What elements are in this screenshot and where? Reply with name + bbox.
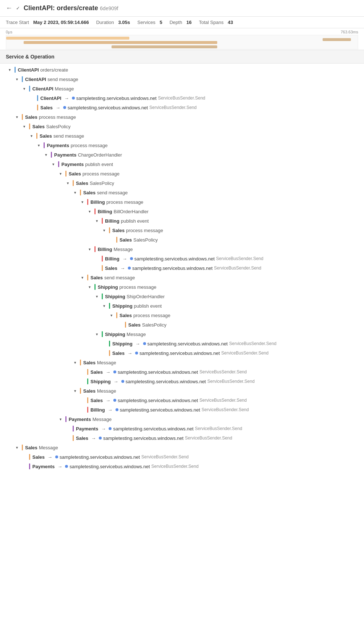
service-name: ClientAPI xyxy=(18,67,39,73)
table-row[interactable]: Billing Message xyxy=(3,244,364,254)
op-name: process message xyxy=(106,199,143,205)
chevron-icon[interactable] xyxy=(23,86,29,91)
method-text: ServiceBusSender.Send xyxy=(207,379,255,384)
chevron-icon[interactable] xyxy=(110,313,116,318)
total-spans-label: Total Spans xyxy=(199,20,224,25)
service-name: Sales xyxy=(128,322,141,328)
table-row[interactable]: Payments → sampletesting.servicebus.wind… xyxy=(3,462,364,471)
arrow-icon: → xyxy=(64,96,69,101)
chevron-icon[interactable] xyxy=(103,304,109,308)
service-name: Payments xyxy=(76,426,98,432)
table-row[interactable]: Shipping → sampletesting.servicebus.wind… xyxy=(3,377,364,386)
table-row[interactable]: Payments publish event xyxy=(3,159,364,169)
table-row[interactable]: Sales send message xyxy=(3,273,364,282)
op-name: Message xyxy=(97,360,116,365)
table-row[interactable]: Billing → sampletesting.servicebus.windo… xyxy=(3,254,364,263)
op-name: SalesPolicy xyxy=(142,322,166,328)
chevron-icon[interactable] xyxy=(16,115,22,119)
table-row[interactable]: ClientAPI Message xyxy=(3,84,364,93)
arrow-icon: → xyxy=(120,266,125,271)
table-row[interactable]: Shipping ShipOrderHandler xyxy=(3,292,364,301)
table-row[interactable]: Shipping → sampletesting.servicebus.wind… xyxy=(3,339,364,348)
chevron-icon[interactable] xyxy=(81,200,87,204)
chevron-icon[interactable] xyxy=(89,247,94,252)
chevron-icon[interactable] xyxy=(96,219,102,223)
op-name: ChargeOrderHandler xyxy=(78,152,122,158)
arrow-icon: → xyxy=(108,407,113,413)
op-name: Message xyxy=(55,86,74,92)
op-name: send message xyxy=(104,275,135,280)
table-row[interactable]: Sales process message xyxy=(3,169,364,178)
chevron-icon[interactable] xyxy=(38,143,44,148)
service-name: Sales xyxy=(105,266,117,271)
chevron-icon[interactable] xyxy=(16,445,22,450)
table-row[interactable]: Sales → sampletesting.servicebus.windows… xyxy=(3,348,364,358)
service-name: Shipping xyxy=(90,379,111,384)
method-text: ServiceBusSender.Send xyxy=(214,266,261,271)
service-name: Sales xyxy=(25,445,37,450)
service-name: Sales xyxy=(32,124,45,129)
table-row[interactable]: Payments → sampletesting.servicebus.wind… xyxy=(3,424,364,433)
table-row[interactable]: Sales send message xyxy=(3,131,364,141)
back-button[interactable]: ← xyxy=(6,4,12,12)
table-row[interactable]: ClientAPI → sampletesting.servicebus.win… xyxy=(3,93,364,103)
table-row[interactable]: Sales SalesPolicy xyxy=(3,320,364,329)
table-row[interactable]: Sales Message xyxy=(3,358,364,367)
table-row[interactable]: Sales Message xyxy=(3,386,364,396)
table-row[interactable]: Billing process message xyxy=(3,197,364,207)
table-row[interactable]: Shipping Message xyxy=(3,329,364,339)
chevron-icon[interactable] xyxy=(74,360,80,365)
dot-icon xyxy=(99,437,102,439)
chevron-icon[interactable] xyxy=(96,294,102,299)
chevron-icon[interactable] xyxy=(81,275,87,280)
chevron-icon[interactable] xyxy=(74,389,80,393)
table-row[interactable]: Sales → sampletesting.servicebus.windows… xyxy=(3,452,364,462)
table-row[interactable]: Billing publish event xyxy=(3,216,364,226)
section-header: Service & Operation xyxy=(0,50,364,64)
depth-label: Depth xyxy=(170,20,182,25)
table-row[interactable]: Payments process message xyxy=(3,141,364,150)
chevron-icon[interactable] xyxy=(16,77,22,82)
timeline-container: 0μs 763.63ms xyxy=(0,28,364,50)
chevron-icon[interactable] xyxy=(9,68,15,72)
dot-icon xyxy=(143,342,146,345)
chevron-icon[interactable] xyxy=(31,134,36,138)
table-row[interactable]: Sales send message xyxy=(3,188,364,197)
op-name: process message xyxy=(39,114,76,120)
chevron-icon[interactable] xyxy=(60,417,65,422)
table-row[interactable]: Sales → sampletesting.servicebus.windows… xyxy=(3,367,364,377)
service-name: Sales xyxy=(25,114,37,120)
table-row[interactable]: Sales → sampletesting.servicebus.windows… xyxy=(3,263,364,273)
table-row[interactable]: Billing → sampletesting.servicebus.windo… xyxy=(3,405,364,414)
chevron-icon[interactable] xyxy=(74,190,80,195)
chevron-icon[interactable] xyxy=(89,285,94,289)
table-row[interactable]: Sales Message xyxy=(3,443,364,452)
arrow-icon: → xyxy=(122,256,127,262)
table-row[interactable]: Sales → sampletesting.servicebus.windows… xyxy=(3,433,364,443)
chevron-icon[interactable] xyxy=(103,228,109,233)
chevron-icon[interactable] xyxy=(23,124,29,129)
table-row[interactable]: Sales → sampletesting.servicebus.windows… xyxy=(3,103,364,112)
table-row[interactable]: Sales SalesPolicy xyxy=(3,235,364,244)
table-row[interactable]: Shipping publish event xyxy=(3,301,364,311)
table-row[interactable]: ClientAPI send message xyxy=(3,74,364,84)
chevron-icon[interactable] xyxy=(52,162,58,167)
service-name: Payments xyxy=(54,152,76,158)
table-row[interactable]: Sales process message xyxy=(3,311,364,320)
table-row[interactable]: Sales → sampletesting.servicebus.windows… xyxy=(3,396,364,405)
chevron-icon[interactable] xyxy=(60,171,65,176)
table-row[interactable]: Payments Message xyxy=(3,414,364,424)
table-row[interactable]: Sales SalesPolicy xyxy=(3,122,364,131)
table-row[interactable]: Billing BillOrderHandler xyxy=(3,207,364,216)
table-row[interactable]: Sales process message xyxy=(3,112,364,122)
chevron-icon[interactable] xyxy=(45,153,51,157)
table-row[interactable]: Sales SalesPolicy xyxy=(3,178,364,188)
table-row[interactable]: ClientAPI orders/create xyxy=(3,65,364,74)
service-name: Sales xyxy=(83,388,96,394)
chevron-icon[interactable] xyxy=(96,332,102,337)
table-row[interactable]: Payments ChargeOrderHandler xyxy=(3,150,364,159)
chevron-icon[interactable] xyxy=(89,209,94,214)
table-row[interactable]: Shipping process message xyxy=(3,282,364,292)
chevron-icon[interactable] xyxy=(67,181,73,186)
table-row[interactable]: Sales process message xyxy=(3,226,364,235)
